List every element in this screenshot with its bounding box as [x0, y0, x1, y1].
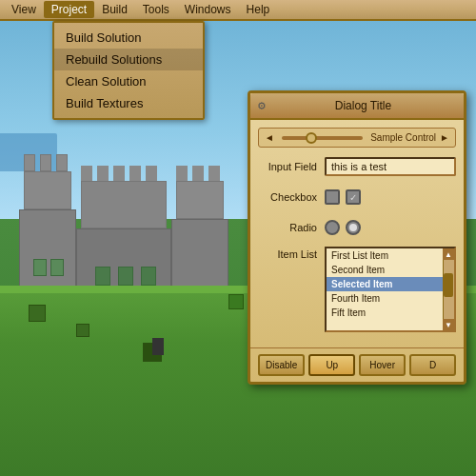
menu-windows[interactable]: Windows	[177, 1, 239, 18]
checkbox-label: Checkbox	[258, 191, 325, 203]
checkbox-row: Checkbox	[258, 186, 456, 208]
item-list-label: Item List	[258, 247, 325, 260]
sample-control-row: ◄ Sample Control ►	[258, 128, 456, 148]
project-dropdown: Build Solution Rebuild Solutions Clean S…	[52, 21, 205, 120]
input-field[interactable]	[325, 157, 456, 176]
dialog: ⚙ Dialog Title ◄ Sample Control ► Input …	[248, 90, 466, 385]
menu-build[interactable]: Build	[94, 1, 135, 18]
list-scroll-up[interactable]: ▲	[443, 248, 454, 260]
list-box[interactable]: First List Item Second Item Selected Ite…	[325, 247, 456, 332]
input-field-label: Input Field	[258, 161, 325, 172]
list-item-selected[interactable]: Selected Item	[327, 277, 454, 291]
sample-control-label: Sample Control	[370, 132, 436, 143]
menu-build-textures[interactable]: Build Textures	[54, 92, 203, 114]
hover-button[interactable]: Hover	[359, 354, 406, 376]
dialog-content: ◄ Sample Control ► Input Field Checkbox …	[250, 120, 464, 347]
radio-row: Radio	[258, 216, 456, 239]
list-scroll-down[interactable]: ▼	[443, 319, 454, 330]
dialog-buttons: Disable Up Hover D	[250, 347, 464, 382]
menu-clean-solution[interactable]: Clean Solution	[54, 70, 203, 92]
input-field-control	[325, 157, 456, 176]
menu-rebuild-solutions[interactable]: Rebuild Solutions	[54, 49, 203, 70]
up-button[interactable]: Up	[308, 354, 355, 376]
menu-project[interactable]: Project	[44, 1, 94, 18]
radio-selected[interactable]	[346, 220, 361, 235]
menu-tools[interactable]: Tools	[135, 1, 177, 18]
checkbox-unchecked[interactable]	[325, 189, 340, 205]
checkbox-checked[interactable]	[346, 189, 361, 205]
dialog-title: Dialog Title	[270, 99, 456, 112]
list-item[interactable]: Fift Item	[327, 306, 454, 320]
menu-help[interactable]: Help	[239, 1, 278, 18]
input-field-row: Input Field	[258, 155, 456, 178]
arrow-right-icon: ►	[440, 132, 449, 143]
dialog-titlebar: ⚙ Dialog Title	[250, 93, 464, 120]
d-button[interactable]: D	[409, 354, 456, 376]
list-item[interactable]: Fourth Item	[327, 291, 454, 306]
radio-label: Radio	[258, 222, 325, 233]
list-item[interactable]: Second Item	[327, 263, 454, 277]
gear-icon: ⚙	[258, 98, 266, 113]
checkbox-group	[325, 189, 456, 205]
disable-button[interactable]: Disable	[258, 354, 305, 376]
slider-track[interactable]	[282, 136, 363, 140]
list-box-container: First List Item Second Item Selected Ite…	[325, 247, 456, 332]
list-item[interactable]: First List Item	[327, 248, 454, 263]
arrow-left-icon: ◄	[265, 132, 274, 143]
radio-group	[325, 220, 456, 235]
radio-unselected[interactable]	[325, 220, 340, 235]
menubar: View Project Build Tools Windows Help	[0, 0, 476, 21]
item-list-row: Item List First List Item Second Item Se…	[258, 247, 456, 332]
menu-build-solution[interactable]: Build Solution	[54, 27, 203, 49]
menu-view[interactable]: View	[4, 1, 44, 18]
slider-thumb[interactable]	[306, 132, 317, 144]
list-scrollbar[interactable]: ▲ ▼	[443, 248, 454, 330]
list-scrollbar-thumb[interactable]	[444, 273, 453, 297]
bush-1	[228, 294, 244, 309]
